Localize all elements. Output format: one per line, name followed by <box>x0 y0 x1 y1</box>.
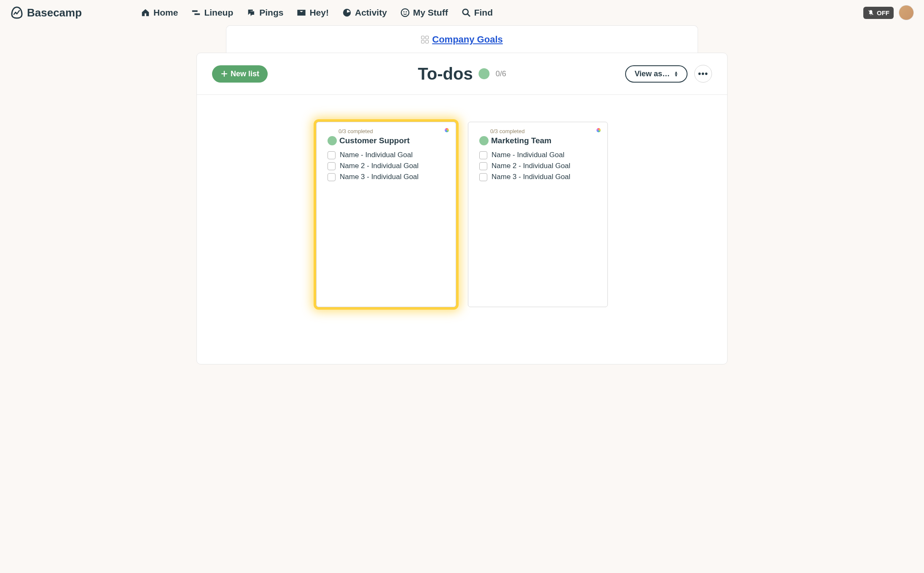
card-title[interactable]: Customer Support <box>339 136 410 145</box>
svg-rect-0 <box>192 11 198 12</box>
view-as-label: View as… <box>634 70 670 78</box>
nav-right: OFF <box>863 5 914 20</box>
more-options-button[interactable]: ••• <box>694 65 712 83</box>
find-icon <box>462 8 471 17</box>
todo-text[interactable]: Name 3 - Individual Goal <box>340 173 419 181</box>
nav-find[interactable]: Find <box>462 8 493 18</box>
panel-header: New list To-dos 0/6 View as… ▲▼ ••• <box>197 53 727 95</box>
nav-pings[interactable]: Pings <box>247 8 283 18</box>
svg-rect-1 <box>195 13 200 15</box>
progress-indicator <box>328 136 337 145</box>
todo-card[interactable]: 0/3 completed Customer Support Name - In… <box>316 122 456 307</box>
todo-text[interactable]: Name - Individual Goal <box>340 151 413 159</box>
mystuff-icon <box>400 8 410 17</box>
brand-logo[interactable]: Basecamp <box>10 6 82 19</box>
card-title-row: Marketing Team <box>479 136 596 145</box>
checkbox[interactable] <box>328 173 336 181</box>
nav-hey-label: Hey! <box>309 8 329 18</box>
progress-indicator <box>479 68 490 79</box>
nav-mystuff-label: My Stuff <box>413 8 448 18</box>
bell-off-icon <box>868 9 874 16</box>
brand-name: Basecamp <box>27 6 82 19</box>
card-title-row: Customer Support <box>328 136 445 145</box>
notifications-toggle[interactable]: OFF <box>863 7 894 19</box>
nav-center: Home Lineup Pings Hey! Activity My Stuff… <box>141 8 863 18</box>
colorwheel-icon[interactable] <box>444 127 450 133</box>
checkbox[interactable] <box>479 162 487 170</box>
nav-lineup[interactable]: Lineup <box>191 8 233 18</box>
basecamp-logo-icon <box>10 6 24 19</box>
todo-item[interactable]: Name 2 - Individual Goal <box>479 161 596 171</box>
checkbox[interactable] <box>479 173 487 181</box>
hey-icon <box>297 8 306 17</box>
top-nav: Basecamp Home Lineup Pings Hey! Activity… <box>0 0 924 25</box>
card-title[interactable]: Marketing Team <box>491 136 551 145</box>
lineup-icon <box>191 8 201 17</box>
notifications-badge-label: OFF <box>877 9 889 16</box>
todo-text[interactable]: Name 2 - Individual Goal <box>340 162 419 170</box>
main-panel: New list To-dos 0/6 View as… ▲▼ ••• 0/3 … <box>196 53 728 364</box>
user-avatar[interactable] <box>899 5 914 20</box>
nav-activity-label: Activity <box>355 8 387 18</box>
svg-point-5 <box>406 11 407 13</box>
todo-item[interactable]: Name - Individual Goal <box>479 150 596 161</box>
svg-point-4 <box>403 11 405 13</box>
nav-hey[interactable]: Hey! <box>297 8 329 18</box>
todo-card[interactable]: 0/3 completed Marketing Team Name - Indi… <box>468 122 608 307</box>
progress-count: 0/6 <box>496 70 506 78</box>
todo-text[interactable]: Name - Individual Goal <box>492 151 564 159</box>
progress-indicator <box>479 136 489 145</box>
page-title: To-dos <box>418 64 473 83</box>
activity-icon <box>342 8 352 17</box>
svg-line-7 <box>467 14 470 16</box>
breadcrumb-project-link[interactable]: Company Goals <box>432 34 502 45</box>
plus-icon <box>220 70 228 78</box>
new-list-button[interactable]: New list <box>212 65 268 83</box>
nav-lineup-label: Lineup <box>204 8 233 18</box>
todo-item[interactable]: Name 2 - Individual Goal <box>328 161 445 171</box>
todo-item[interactable]: Name 3 - Individual Goal <box>328 171 445 182</box>
nav-mystuff[interactable]: My Stuff <box>400 8 448 18</box>
nav-pings-label: Pings <box>259 8 283 18</box>
todo-text[interactable]: Name 2 - Individual Goal <box>492 162 570 170</box>
todo-item[interactable]: Name 3 - Individual Goal <box>479 171 596 182</box>
nav-find-label: Find <box>474 8 493 18</box>
breadcrumb-bar: Company Goals <box>226 25 698 53</box>
checkbox[interactable] <box>328 162 336 170</box>
card-completed-text: 0/3 completed <box>338 128 445 134</box>
header-title-group: To-dos 0/6 <box>418 64 506 83</box>
todo-text[interactable]: Name 3 - Individual Goal <box>492 173 570 181</box>
nav-home[interactable]: Home <box>141 8 178 18</box>
card-completed-text: 0/3 completed <box>490 128 596 134</box>
sort-icon: ▲▼ <box>674 71 678 77</box>
ellipsis-icon: ••• <box>698 69 708 79</box>
colorwheel-icon[interactable] <box>596 127 602 133</box>
cards-container: 0/3 completed Customer Support Name - In… <box>197 95 727 334</box>
view-as-button[interactable]: View as… ▲▼ <box>625 65 688 83</box>
grid-icon <box>421 36 429 43</box>
checkbox[interactable] <box>479 151 487 159</box>
checkbox[interactable] <box>328 151 336 159</box>
nav-activity[interactable]: Activity <box>342 8 387 18</box>
pings-icon <box>247 8 256 17</box>
header-right: View as… ▲▼ ••• <box>625 65 712 83</box>
nav-home-label: Home <box>153 8 178 18</box>
svg-point-3 <box>401 9 409 16</box>
new-list-label: New list <box>231 70 259 78</box>
todo-item[interactable]: Name - Individual Goal <box>328 150 445 161</box>
home-icon <box>141 8 150 17</box>
